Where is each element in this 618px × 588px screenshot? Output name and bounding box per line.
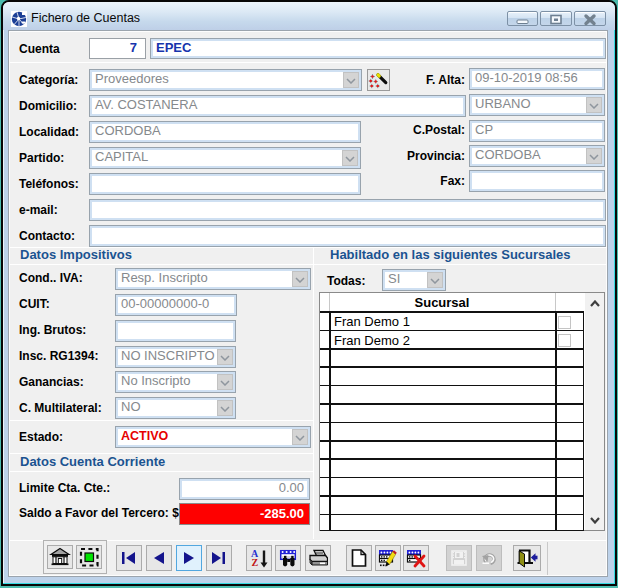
svg-text:Z: Z (252, 557, 259, 568)
